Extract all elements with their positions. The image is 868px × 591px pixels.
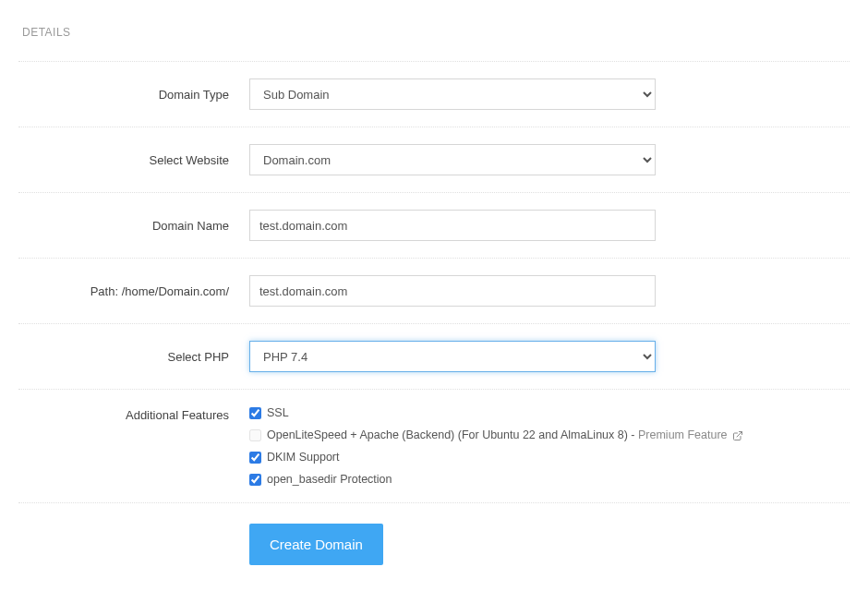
external-link-icon [732, 430, 743, 441]
dkim-checkbox[interactable] [249, 452, 261, 464]
create-domain-button[interactable]: Create Domain [249, 524, 383, 565]
select-website-select[interactable]: Domain.com [249, 144, 656, 175]
additional-features-label: Additional Features [18, 406, 249, 422]
panel-title: DETAILS [18, 9, 850, 61]
select-php-label: Select PHP [18, 350, 249, 364]
premium-feature-link[interactable]: Premium Feature [638, 428, 743, 441]
domain-type-select[interactable]: Sub Domain [249, 78, 656, 110]
select-website-label: Select Website [18, 153, 249, 167]
ols-apache-label: OpenLiteSpeed + Apache (Backend) (For Ub… [267, 428, 638, 441]
path-input[interactable] [249, 275, 656, 307]
domain-name-input[interactable] [249, 210, 656, 241]
select-php-select[interactable]: PHP 7.4 [249, 341, 656, 372]
open-basedir-label: open_basedir Protection [267, 473, 392, 486]
dkim-label: DKIM Support [267, 451, 340, 464]
ols-apache-checkbox [249, 429, 261, 441]
domain-type-label: Domain Type [18, 88, 249, 102]
svg-line-0 [737, 431, 742, 437]
path-label: Path: /home/Domain.com/ [18, 284, 249, 298]
open-basedir-checkbox[interactable] [249, 474, 261, 486]
ssl-label: SSL [267, 406, 289, 419]
ssl-checkbox[interactable] [249, 407, 261, 419]
domain-name-label: Domain Name [18, 219, 249, 233]
